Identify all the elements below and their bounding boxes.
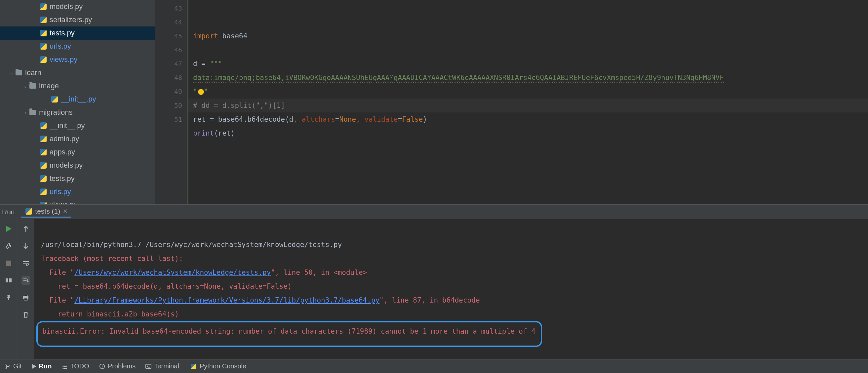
tree-item-label: image <box>39 82 59 90</box>
svg-marker-9 <box>32 364 36 369</box>
svg-rect-11 <box>146 364 151 368</box>
gutter-line-number: 47 <box>155 57 182 71</box>
folder-icon <box>29 82 36 90</box>
chevron-down-icon[interactable]: ⌄ <box>9 70 14 75</box>
tree-item-label: migrations <box>39 108 72 117</box>
down-arrow-icon[interactable] <box>22 242 30 250</box>
tree-item-label: learn <box>25 68 41 77</box>
stop-icon[interactable] <box>4 259 13 268</box>
python-file-icon <box>40 3 47 10</box>
python-file-icon <box>40 162 47 169</box>
pin-icon[interactable] <box>4 293 13 302</box>
tree-item-label: admin.py <box>50 134 79 143</box>
run-output[interactable]: /usr/local/bin/python3.7 /Users/wyc/work… <box>34 219 868 359</box>
tree-item-label: urls.py <box>50 42 71 51</box>
traceback-file-link[interactable]: /Users/wyc/work/wechatSystem/knowLedge/t… <box>74 269 271 276</box>
tree-item-views-py[interactable]: views.py <box>0 53 155 66</box>
tree-item-label: serializers.py <box>50 15 92 24</box>
python-file-icon <box>40 175 47 182</box>
chevron-down-icon[interactable]: ⌄ <box>23 83 28 89</box>
status-todo[interactable]: TODO <box>61 363 89 370</box>
traceback-file-link[interactable]: /Library/Frameworks/Python.framework/Ver… <box>74 296 379 304</box>
python-file-icon <box>51 96 58 103</box>
error-highlight-box: binascii.Error: Invalid base64-encoded s… <box>36 321 542 347</box>
wrench-icon[interactable] <box>4 242 13 250</box>
chevron-right-icon[interactable]: › <box>23 110 28 115</box>
tree-item-label: urls.py <box>50 187 71 196</box>
folder-icon <box>15 69 23 76</box>
editor-caret-line: # dd = d.split(",")[1] <box>188 98 868 113</box>
svg-marker-0 <box>6 226 11 232</box>
status-git[interactable]: Git <box>5 363 22 370</box>
svg-rect-4 <box>24 295 27 296</box>
run-tab[interactable]: tests (1) ✕ <box>21 206 71 218</box>
tree-item-label: views.py <box>50 201 78 204</box>
tree-item-label: models.py <box>50 161 83 169</box>
close-icon[interactable]: ✕ <box>63 208 68 215</box>
tree-item-label: tests.py <box>50 29 75 37</box>
svg-point-8 <box>9 366 10 367</box>
tree-item-models-py[interactable]: models.py <box>0 0 155 13</box>
python-file-icon <box>40 29 47 37</box>
up-arrow-icon[interactable] <box>22 224 30 233</box>
run-tool-window[interactable]: Run: tests (1) ✕ <box>0 204 868 359</box>
python-file-icon <box>40 188 47 195</box>
tree-item-models-py[interactable]: models.py <box>0 159 155 172</box>
tree-item-apps-py[interactable]: apps.py <box>0 146 155 159</box>
soft-wrap-icon[interactable] <box>22 259 30 268</box>
folder-icon <box>29 109 36 116</box>
gutter-line-number: 51 <box>155 113 182 126</box>
gutter-line-number: 49 <box>155 85 182 98</box>
project-tree[interactable]: models.pyserializers.pytests.pyurls.pyvi… <box>0 0 155 204</box>
string-base64-data: data:image/png;base64,iVBORw0KGgoAAAANSU… <box>193 74 724 82</box>
status-python-console[interactable]: Python Console <box>189 363 246 370</box>
tree-item-urls-py[interactable]: urls.py <box>0 40 155 53</box>
svg-point-7 <box>6 367 7 369</box>
svg-rect-2 <box>9 278 11 282</box>
code-editor[interactable]: 434445464748495051 import base64 d = """… <box>155 0 868 204</box>
layout-icon[interactable] <box>4 276 13 285</box>
error-message: binascii.Error: Invalid base64-encoded s… <box>42 328 535 335</box>
run-label: Run: <box>2 208 17 216</box>
intention-bulb-icon[interactable] <box>198 89 204 95</box>
gutter-line-number: 46 <box>155 43 182 57</box>
svg-rect-1 <box>6 278 8 282</box>
tree-item-admin-py[interactable]: admin.py <box>0 132 155 146</box>
keyword-import: import <box>193 32 218 40</box>
rerun-icon[interactable] <box>4 224 13 233</box>
status-run[interactable]: Run <box>32 363 52 370</box>
tree-item-views-py[interactable]: views.py <box>0 198 155 204</box>
trash-icon[interactable] <box>22 311 30 319</box>
python-file-icon <box>40 43 47 50</box>
tree-item-tests-py[interactable]: tests.py <box>0 172 155 185</box>
tree-item-__init__-py[interactable]: __init__.py <box>0 93 155 106</box>
status-terminal[interactable]: Terminal <box>146 363 179 370</box>
run-toolbar-left <box>0 219 17 359</box>
scroll-to-end-icon[interactable] <box>22 276 30 285</box>
gutter-line-number: 48 <box>155 71 182 85</box>
editor-code[interactable]: import base64 d = """ data:image/png;bas… <box>188 0 868 204</box>
python-file-icon <box>25 208 32 215</box>
gutter-line-number: 50 <box>155 98 182 113</box>
tree-item-label: __init__.py <box>50 121 85 130</box>
tree-item-learn[interactable]: ⌄learn <box>0 66 155 80</box>
status-problems[interactable]: Problems <box>99 363 135 370</box>
tree-item-tests-py[interactable]: tests.py <box>0 27 155 40</box>
editor-gutter: 434445464748495051 <box>155 0 188 204</box>
python-file-icon <box>40 16 47 24</box>
svg-rect-5 <box>24 298 27 300</box>
python-file-icon <box>40 135 47 143</box>
python-file-icon <box>40 201 47 204</box>
svg-point-6 <box>6 364 7 365</box>
tree-item-migrations[interactable]: ›migrations <box>0 106 155 119</box>
tree-item-__init__-py[interactable]: __init__.py <box>0 119 155 132</box>
python-file-icon <box>40 149 47 156</box>
tree-item-label: models.py <box>50 2 83 11</box>
print-icon[interactable] <box>22 293 30 302</box>
tree-item-image[interactable]: ⌄image <box>0 80 155 93</box>
python-file-icon <box>40 122 47 129</box>
tree-item-label: views.py <box>50 55 78 64</box>
tree-item-serializers-py[interactable]: serializers.py <box>0 13 155 27</box>
gutter-line-number: 43 <box>155 1 182 15</box>
tree-item-urls-py[interactable]: urls.py <box>0 185 155 198</box>
